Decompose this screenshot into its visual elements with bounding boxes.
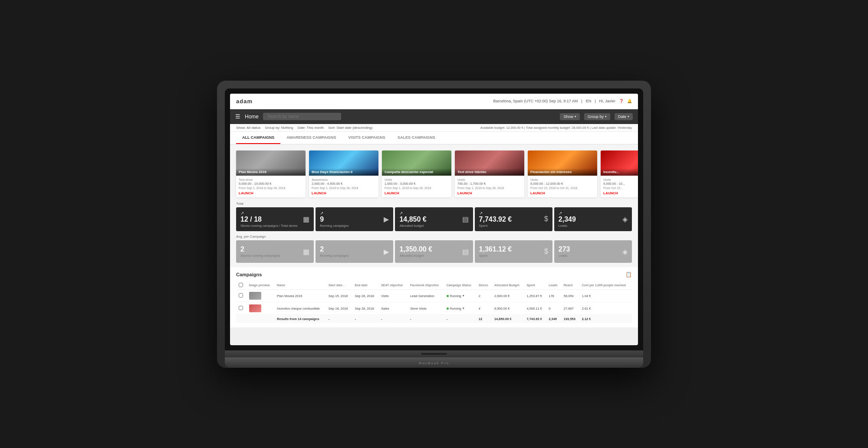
total-leads: 2,349 xyxy=(546,315,561,324)
row2-status-dropdown[interactable]: ▾ xyxy=(463,307,464,310)
card-image-1: Plan Movea 2019 xyxy=(236,150,306,176)
total-stats-grid: ↗ 12 / 18 Stores running campaigns / Tot… xyxy=(236,207,632,232)
col-stores: Stores xyxy=(476,281,492,290)
card-launch-2[interactable]: LAUNCH xyxy=(312,191,376,195)
table-total-row: Results from 14 campaigns - - - - - 12 1… xyxy=(236,315,632,324)
card-title-3: Campaña descuento especial xyxy=(382,168,451,176)
stat-stores-label: Stores running campaigns / Total stores xyxy=(240,224,303,228)
row1-spent: 1,253.87 € xyxy=(524,290,546,302)
row1-reach: 58,054 xyxy=(561,290,579,302)
avg-stat-running-label: Running campaigns xyxy=(320,254,384,258)
card-title-1: Plan Movea 2019 xyxy=(236,168,306,176)
bell-icon[interactable]: 🔔 xyxy=(627,99,632,103)
campaigns-table: Image preview Name Start date ↓ End date… xyxy=(236,281,632,323)
tab-awareness-campaigns[interactable]: AWARENESS CAMPAIGNS xyxy=(280,132,342,144)
stat-budget-trend: ↗ xyxy=(399,211,462,216)
row2-select-checkbox[interactable] xyxy=(239,306,243,310)
avg-stats-section: Avg. per Campaign 2 Storesz running camp… xyxy=(230,235,638,267)
stat-running: ↗ 9 Running campaigns ▶ xyxy=(316,207,393,232)
col-image: Image preview xyxy=(247,281,275,290)
stat-stores: ↗ 12 / 18 Stores running campaigns / Tot… xyxy=(236,207,314,232)
row1-status-badge: Running ▾ xyxy=(447,294,464,298)
row2-start: Sep 18, 2018 xyxy=(326,302,352,315)
row1-stores: 2 xyxy=(476,290,492,302)
card-dates-4: From Sep 1, 2018 to Sep 28, 2018 xyxy=(457,186,522,190)
separator2: | xyxy=(595,99,595,103)
card-content-3: Visits 1,000.00 - 3,000.00 € From Sep 1,… xyxy=(382,176,451,197)
campaign-card-6: Incentiv... Visits 5,000.00 - 10... From… xyxy=(601,150,638,197)
stat-leads-value: 2,349 xyxy=(559,216,622,223)
campaigns-table-header: Campaigns 📋 xyxy=(236,271,632,278)
total-reach: 193,553 xyxy=(561,315,579,324)
row2-reach: 27,667 xyxy=(561,302,579,315)
avg-spent-icon: $ xyxy=(544,248,548,255)
tab-visits-campaigns[interactable]: VISITS CAMPAIGNS xyxy=(342,132,391,144)
card-content-1: Test drive 5,000.00 - 10,000.00 € From S… xyxy=(236,176,306,197)
card-budget-4: 700.00 - 1,700.00 € xyxy=(457,182,522,186)
card-launch-5[interactable]: LAUNCH xyxy=(530,191,595,195)
campaigns-table-section: Campaigns 📋 Image preview Name Start dat… xyxy=(230,267,638,327)
total-stats-label: Total xyxy=(236,202,632,206)
avg-stat-stores: 2 Storesz running campaigns ▦ xyxy=(236,240,314,263)
budget-info: Available budget: 12,000.00 € | Total as… xyxy=(480,126,632,130)
select-all-checkbox[interactable] xyxy=(239,283,243,287)
date-button[interactable]: Date ▾ xyxy=(615,113,633,120)
tab-sales-campaigns[interactable]: SALES CAMPAIGNS xyxy=(391,132,441,144)
export-button[interactable]: 📋 xyxy=(625,271,632,278)
help-icon[interactable]: ❓ xyxy=(619,99,624,103)
row1-select-checkbox[interactable] xyxy=(239,293,243,298)
user-greeting: Hi, Javier xyxy=(599,99,615,103)
stat-stores-trend: ↗ xyxy=(240,211,303,216)
campaign-card-2: Blue Days financiación 0 Awareness 2,000… xyxy=(309,150,378,197)
stat-leads-label: Leads xyxy=(559,224,622,228)
avg-running-icon: ▶ xyxy=(384,248,389,256)
avg-stat-spent-label: Spent xyxy=(479,254,544,258)
card-title-6: Incentiv... xyxy=(601,168,638,176)
card-image-3: Campaña descuento especial xyxy=(382,150,451,176)
col-reach: Reach xyxy=(561,281,579,290)
nav-right: Show ▾ Group by ▾ Date ▾ xyxy=(560,113,633,120)
card-type-4: Visits xyxy=(457,178,522,182)
date-dropdown-arrow: ▾ xyxy=(628,115,629,118)
language-selector[interactable]: EN xyxy=(586,99,592,103)
groupby-button[interactable]: Group by ▾ xyxy=(584,113,610,120)
laptop-bottom: MacBook Pro xyxy=(225,357,643,368)
stat-spent-label: Spent xyxy=(479,224,544,228)
card-type-3: Visits xyxy=(385,178,449,182)
row1-checkbox xyxy=(236,290,247,302)
card-type-1: Test drive xyxy=(239,178,303,182)
table-header: Image preview Name Start date ↓ End date… xyxy=(236,281,632,290)
budget-icon: ▤ xyxy=(462,215,469,223)
nav-title: Home xyxy=(245,114,259,120)
card-content-4: Visits 700.00 - 1,700.00 € From Sep 1, 2… xyxy=(455,176,524,197)
filter-date: Date: This month xyxy=(297,126,324,130)
row1-cpm: 1.04 € xyxy=(579,290,632,302)
row1-end: Sep 28, 2018 xyxy=(352,290,378,302)
stat-stores-value: 12 / 18 xyxy=(240,216,303,223)
campaign-tabs: ALL CAMPAIGNS AWARENESS CAMPAIGNS VISITS… xyxy=(230,132,638,144)
card-launch-6[interactable]: LAUNCH xyxy=(603,191,638,195)
row2-seat: Sales xyxy=(378,302,408,315)
row2-status: Running ▾ xyxy=(444,302,476,315)
search-input[interactable] xyxy=(263,113,341,120)
table-header-row: Image preview Name Start date ↓ End date… xyxy=(236,281,632,290)
show-button[interactable]: Show ▾ xyxy=(560,113,580,120)
col-start[interactable]: Start date ↓ xyxy=(326,281,352,290)
row2-spent: 4,506.11 € xyxy=(524,302,546,315)
card-image-2: Blue Days financiación 0 xyxy=(309,150,378,176)
app-logo: adam xyxy=(236,98,253,105)
menu-icon[interactable]: ☰ xyxy=(235,113,240,120)
avg-stats-label: Avg. per Campaign xyxy=(236,235,632,239)
stat-running-label: Running campaigns xyxy=(320,224,384,228)
avg-stat-spent: 1,361.12 € Spent $ xyxy=(475,240,552,263)
laptop-base xyxy=(225,350,643,357)
card-image-6: Incentiv... xyxy=(601,150,638,176)
card-launch-3[interactable]: LAUNCH xyxy=(385,191,449,195)
card-launch-1[interactable]: LAUNCH xyxy=(239,191,303,195)
filter-show: Show: All status xyxy=(236,126,260,130)
card-launch-4[interactable]: LAUNCH xyxy=(457,191,522,195)
row1-status-dropdown[interactable]: ▾ xyxy=(463,294,464,298)
campaign-card-3: Campaña descuento especial Visits 1,000.… xyxy=(382,150,451,197)
stat-spent: ↗ 7,743.92 € Spent $ xyxy=(475,207,552,232)
tab-all-campaigns[interactable]: ALL CAMPAIGNS xyxy=(236,132,280,144)
